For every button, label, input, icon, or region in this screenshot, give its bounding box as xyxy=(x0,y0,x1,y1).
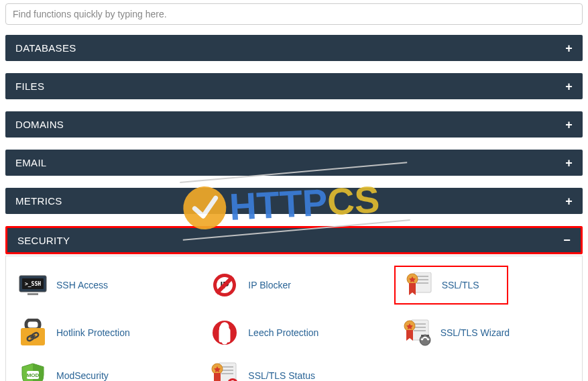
panel-metrics: METRICS + xyxy=(5,188,583,214)
panel-title: FILES xyxy=(15,80,44,92)
item-ip-blocker[interactable]: IP IP Blocker xyxy=(198,266,390,305)
plus-icon: + xyxy=(565,42,573,54)
item-ssl-tls[interactable]: SSL/TLS xyxy=(394,266,508,305)
ssh-icon: >_SSH xyxy=(18,271,48,299)
plus-icon: + xyxy=(565,195,573,207)
panel-title: SECURITY xyxy=(17,235,70,246)
item-ssl-tls-status[interactable]: ? SSL/TLS Status xyxy=(198,361,390,381)
cpanel-home: DATABASES + FILES + DOMAINS + EMAIL + ME… xyxy=(0,0,588,381)
panel-databases-header[interactable]: DATABASES + xyxy=(5,35,583,61)
svg-rect-34 xyxy=(421,335,424,337)
item-leech-protection[interactable]: Leech Protection xyxy=(198,318,390,347)
panel-domains-header[interactable]: DOMAINS + xyxy=(5,111,583,138)
item-ssl-tls-wizard[interactable]: SSL/TLS Wizard xyxy=(390,318,582,347)
plus-icon: + xyxy=(565,119,573,131)
plus-icon: + xyxy=(565,157,573,169)
panel-title: DOMAINS xyxy=(15,119,64,130)
item-ssh-access[interactable]: >_SSH SSH Access xyxy=(6,266,198,305)
ip-blocker-icon: IP xyxy=(210,271,239,299)
panel-security: SECURITY − xyxy=(5,226,583,254)
item-label: Leech Protection xyxy=(248,327,318,338)
panel-title: METRICS xyxy=(15,195,62,207)
svg-rect-44 xyxy=(214,373,221,381)
item-label: SSH Access xyxy=(56,280,108,290)
panel-email: EMAIL + xyxy=(5,150,583,176)
empty-cell xyxy=(390,361,582,381)
item-label: SSL/TLS Status xyxy=(248,370,315,381)
item-label: SSL/TLS xyxy=(442,280,479,290)
panel-metrics-header[interactable]: METRICS + xyxy=(5,188,583,214)
svg-text:>_SSH: >_SSH xyxy=(25,281,41,287)
panel-files: FILES + xyxy=(5,73,583,99)
search-input[interactable] xyxy=(5,3,583,25)
ssl-tls-icon xyxy=(404,271,433,299)
ssl-status-icon: ? xyxy=(210,362,239,381)
hotlink-icon xyxy=(18,319,48,347)
item-label: IP Blocker xyxy=(248,280,291,290)
item-modsecurity[interactable]: MOD ModSecurity xyxy=(6,361,198,381)
panel-title: EMAIL xyxy=(15,157,47,168)
panel-databases: DATABASES + xyxy=(5,35,583,61)
leech-icon xyxy=(210,319,239,347)
ssl-wizard-icon xyxy=(402,319,432,347)
plus-icon: + xyxy=(565,80,573,93)
panel-domains: DOMAINS + xyxy=(5,111,583,138)
svg-rect-35 xyxy=(426,335,429,337)
security-body: >_SSH SSH Access IP IP Blocker xyxy=(5,256,583,381)
item-hotlink-protection[interactable]: Hotlink Protection xyxy=(6,318,198,347)
panel-email-header[interactable]: EMAIL + xyxy=(5,150,583,176)
item-label: SSL/TLS Wizard xyxy=(440,327,510,338)
svg-rect-1 xyxy=(27,293,38,295)
panel-security-header[interactable]: SECURITY − xyxy=(7,228,581,252)
panel-title: DATABASES xyxy=(15,42,76,54)
svg-rect-16 xyxy=(26,320,40,329)
item-label: Hotlink Protection xyxy=(56,327,130,338)
modsecurity-icon: MOD xyxy=(18,362,48,381)
svg-text:MOD: MOD xyxy=(27,372,40,378)
item-label: ModSecurity xyxy=(56,370,109,381)
panel-files-header[interactable]: FILES + xyxy=(5,73,583,99)
minus-icon: − xyxy=(563,234,571,246)
